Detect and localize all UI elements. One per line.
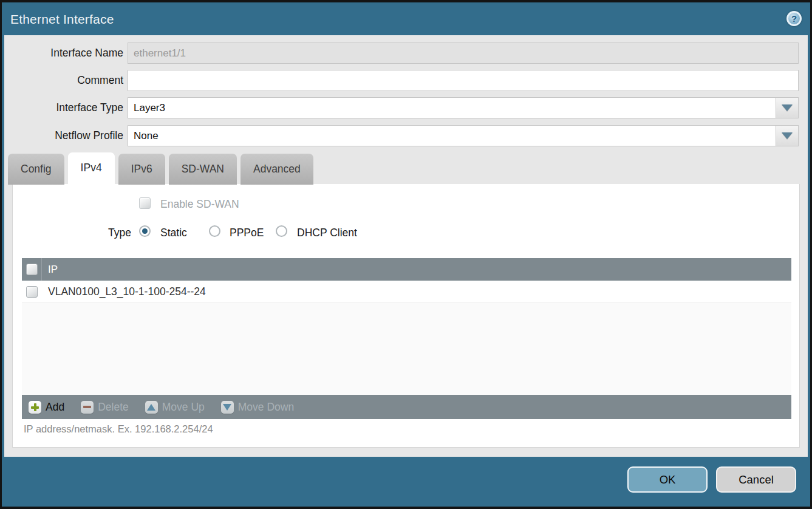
add-button-label: Add xyxy=(46,401,64,414)
delete-button-label: Delete xyxy=(98,401,129,414)
tab-advanced[interactable]: Advanced xyxy=(241,154,313,185)
arrow-down-icon xyxy=(221,401,234,414)
plus-icon xyxy=(29,401,41,414)
tab-config[interactable]: Config xyxy=(8,154,64,185)
interface-type-dropdown-button[interactable] xyxy=(776,98,798,118)
cancel-button[interactable]: Cancel xyxy=(716,466,796,493)
arrow-up-icon xyxy=(145,401,158,414)
ipv4-tab-panel: Enable SD-WAN Type Static PPPoE DHCP Cli… xyxy=(12,184,800,448)
move-down-button-label: Move Down xyxy=(238,401,294,414)
move-up-button-label: Move Up xyxy=(162,401,205,414)
ip-table: IP VLAN0100_L3_10-1-100-254--24 Add Dele… xyxy=(22,258,791,419)
minus-icon xyxy=(81,401,94,414)
comment-input[interactable] xyxy=(128,70,799,91)
interface-type-select[interactable]: Layer3 xyxy=(128,97,799,118)
tab-sd-wan[interactable]: SD-WAN xyxy=(169,154,237,185)
radio-pppoe-label[interactable]: PPPoE xyxy=(230,227,264,239)
type-label: Type xyxy=(49,227,131,239)
netflow-profile-dropdown-button[interactable] xyxy=(776,126,798,146)
enable-sdwan-checkbox xyxy=(139,197,151,209)
ok-button[interactable]: OK xyxy=(627,466,708,493)
netflow-profile-select[interactable]: None xyxy=(128,125,799,146)
radio-dhcp-client-label[interactable]: DHCP Client xyxy=(297,227,357,239)
question-mark-glyph: ? xyxy=(791,14,797,23)
ip-column-header: IP xyxy=(42,264,58,276)
chevron-down-icon xyxy=(782,132,793,139)
table-toolbar: Add Delete Move Up Move Down xyxy=(22,395,791,419)
tab-bar: Config IPv4 IPv6 SD-WAN Advanced xyxy=(8,153,313,185)
tab-ipv6[interactable]: IPv6 xyxy=(118,154,165,185)
interface-type-label: Interface Type xyxy=(6,97,123,118)
ip-format-hint: IP address/netmask. Ex. 192.168.2.254/24 xyxy=(24,423,213,435)
ip-table-body: VLAN0100_L3_10-1-100-254--24 xyxy=(22,281,791,395)
radio-static-label[interactable]: Static xyxy=(160,227,187,239)
ip-row-value: VLAN0100_L3_10-1-100-254--24 xyxy=(42,285,206,298)
interface-name-input xyxy=(128,43,799,64)
interface-name-label: Interface Name xyxy=(6,43,123,64)
radio-static[interactable] xyxy=(139,225,151,237)
tab-ipv4[interactable]: IPv4 xyxy=(68,152,115,185)
select-all-checkbox[interactable] xyxy=(26,264,38,275)
netflow-profile-value: None xyxy=(128,126,776,146)
move-up-button: Move Up xyxy=(145,401,205,414)
enable-sdwan-label: Enable SD-WAN xyxy=(160,198,239,211)
radio-pppoe[interactable] xyxy=(209,225,220,237)
add-button[interactable]: Add xyxy=(29,401,64,414)
interface-type-value: Layer3 xyxy=(128,98,776,118)
chevron-down-icon xyxy=(782,104,793,111)
help-icon[interactable]: ? xyxy=(786,11,802,26)
radio-dhcp-client[interactable] xyxy=(276,225,287,237)
ethernet-interface-dialog: Ethernet Interface ? Interface Name Comm… xyxy=(0,0,812,509)
ip-table-header: IP xyxy=(22,258,791,281)
move-down-button: Move Down xyxy=(221,401,294,414)
dialog-title: Ethernet Interface xyxy=(10,12,114,27)
row-checkbox[interactable] xyxy=(26,286,38,298)
table-row[interactable]: VLAN0100_L3_10-1-100-254--24 xyxy=(22,281,791,303)
netflow-profile-label: Netflow Profile xyxy=(6,125,123,146)
comment-label: Comment xyxy=(6,70,123,91)
delete-button: Delete xyxy=(81,401,129,414)
